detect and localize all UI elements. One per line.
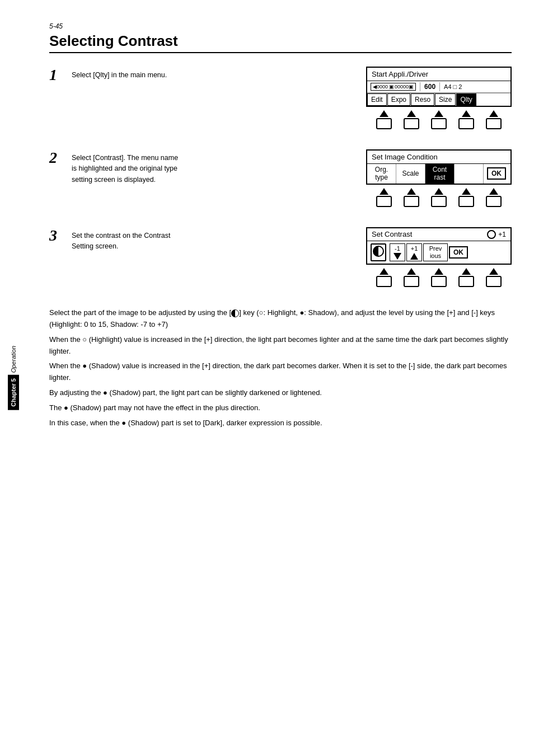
p3-rect-3 <box>431 276 447 287</box>
step-2-left: 2 Select [Contrast]. The menu name is hi… <box>49 149 357 185</box>
panel3-minus1-btn[interactable]: -1 <box>390 243 405 261</box>
p3-rect-5 <box>486 276 502 287</box>
panel1-paper: A4 □ 2 <box>444 83 462 90</box>
step-3-left: 3 Set the contrast on the Contrast Setti… <box>49 227 357 252</box>
soft-btn-1[interactable] <box>373 109 395 129</box>
step-1-desc: Select [Qlty] in the main menu. <box>72 67 167 81</box>
description-section: Select the part of the image to be adjus… <box>49 307 512 429</box>
triangle-icon-4 <box>462 110 471 117</box>
soft-btn-2[interactable] <box>401 109 422 129</box>
rect-btn-5 <box>486 118 502 129</box>
panel2-soft-btn-1[interactable] <box>373 187 395 207</box>
p3-triangle-2 <box>407 268 416 275</box>
panel2-btns-row: Org. type Scale Cont rast <box>367 164 510 184</box>
panel3-highlight-indicator: +1 <box>487 230 506 239</box>
soft-btn-5[interactable] <box>483 109 504 129</box>
p3-triangle-1 <box>380 268 388 275</box>
panel2-soft-btn-3[interactable] <box>428 187 449 207</box>
operation-label: Operation <box>10 346 17 373</box>
p3-triangle-5 <box>489 268 498 275</box>
rect-btn-4 <box>458 118 474 129</box>
panel3-plus1-btn[interactable]: +1 <box>406 243 422 261</box>
rect-btn-1 <box>376 118 392 129</box>
panel3-soft-btn-1[interactable] <box>373 267 395 287</box>
p3-rect-2 <box>404 276 419 287</box>
p2-rect-2 <box>404 196 419 207</box>
soft-btn-3[interactable] <box>428 109 449 129</box>
tab-expo[interactable]: Expo <box>387 93 410 106</box>
panel3-prev-btn[interactable]: Prev ious <box>423 243 448 261</box>
tab-reso[interactable]: Reso <box>411 93 434 106</box>
panel3-soft-btn-3[interactable] <box>428 267 449 287</box>
panel2-org-type[interactable]: Org. type <box>367 164 396 184</box>
panel2-ok[interactable]: OK <box>484 164 509 184</box>
desc-para-6: In this case, when the ● (Shadow) part i… <box>49 417 512 429</box>
panel1-wrapper: Start Appli./Driver ◀0000 ▣ 00000▣ <box>366 67 512 132</box>
page-number: 5-45 <box>49 22 512 30</box>
step-3-row: 3 Set the contrast on the Contrast Setti… <box>49 227 512 289</box>
page-container: Operation Chapter 5 5-45 Selecting Contr… <box>0 0 534 756</box>
step-2-desc: Select [Contrast]. The menu name is high… <box>72 149 184 185</box>
step-3-panel: Set Contrast +1 <box>366 227 512 289</box>
panel1-value: 600 <box>424 83 435 91</box>
p2-rect-4 <box>458 196 474 207</box>
step-1-row: 1 Select [Qlty] in the main menu. Start … <box>49 67 512 132</box>
step-1-number: 1 <box>49 67 72 84</box>
up-arrow-icon <box>410 253 418 260</box>
p2-triangle-3 <box>434 188 443 195</box>
tab-size[interactable]: Size <box>435 93 456 106</box>
p2-triangle-1 <box>380 188 388 195</box>
panel2-contrast[interactable]: Cont rast <box>425 164 455 184</box>
down-arrow-icon <box>394 253 401 260</box>
section-title: Selecting Contrast <box>49 32 512 53</box>
panel2-soft-btn-2[interactable] <box>401 187 422 207</box>
panel3-soft-btn-5[interactable] <box>483 267 504 287</box>
panel3-title-row: Set Contrast +1 <box>367 228 510 241</box>
step-2-row: 2 Select [Contrast]. The menu name is hi… <box>49 149 512 209</box>
soft-btn-4[interactable] <box>456 109 477 129</box>
desc-para-5: The ● (Shadow) part may not have the eff… <box>49 402 512 414</box>
panel2-empty <box>455 164 484 184</box>
p2-triangle-2 <box>407 188 416 195</box>
panel2-soft-buttons <box>366 185 512 209</box>
desc-para-3: When the ● (Shadow) value is increased i… <box>49 360 512 384</box>
panel1-title: Start Appli./Driver <box>367 68 510 81</box>
panel1-soft-buttons <box>366 107 512 132</box>
p2-rect-5 <box>486 196 502 207</box>
panel1-tabs-row: Edit Expo Reso Size Qlty <box>367 93 510 106</box>
panel2: Set Image Condition Org. type Scale <box>366 149 512 185</box>
half-circle-icon <box>373 246 384 257</box>
panel3-wrapper: Set Contrast +1 <box>366 227 512 289</box>
tab-qlty[interactable]: Qlty <box>456 93 476 106</box>
panel3-soft-btn-2[interactable] <box>401 267 422 287</box>
p2-triangle-4 <box>462 188 471 195</box>
desc-para-2: When the ○ (Highlight) value is increase… <box>49 334 512 358</box>
panel2-scale[interactable]: Scale <box>396 164 425 184</box>
panel2-soft-btn-5[interactable] <box>483 187 504 207</box>
step-2-panel: Set Image Condition Org. type Scale <box>366 149 512 209</box>
p3-rect-4 <box>458 276 474 287</box>
p3-triangle-3 <box>434 268 443 275</box>
panel3-soft-btn-4[interactable] <box>456 267 477 287</box>
step-2-number: 2 <box>49 149 72 167</box>
sidebar: Operation Chapter 5 <box>0 0 27 756</box>
panel2-ok-btn[interactable]: OK <box>487 167 506 180</box>
panel3-plus1: +1 <box>498 231 506 238</box>
panel2-soft-btn-4[interactable] <box>456 187 477 207</box>
panel1-icons: ◀0000 ▣ 00000▣ <box>371 83 416 91</box>
panel3-title: Set Contrast <box>372 230 412 238</box>
panel3-ok-btn[interactable]: OK <box>449 246 468 259</box>
tab-edit[interactable]: Edit <box>367 93 387 106</box>
triangle-icon-1 <box>380 110 388 117</box>
triangle-icon-3 <box>434 110 443 117</box>
p3-rect-1 <box>376 276 392 287</box>
step-1-panel: Start Appli./Driver ◀0000 ▣ 00000▣ <box>366 67 512 132</box>
rect-btn-3 <box>431 118 447 129</box>
panel3-hs-selector[interactable] <box>371 243 386 261</box>
p2-rect-3 <box>431 196 447 207</box>
p2-triangle-5 <box>489 188 498 195</box>
panel2-title: Set Image Condition <box>367 151 510 164</box>
step-3-number: 3 <box>49 227 72 245</box>
triangle-icon-2 <box>407 110 416 117</box>
step-3-desc: Set the contrast on the Contrast Setting… <box>72 227 184 252</box>
